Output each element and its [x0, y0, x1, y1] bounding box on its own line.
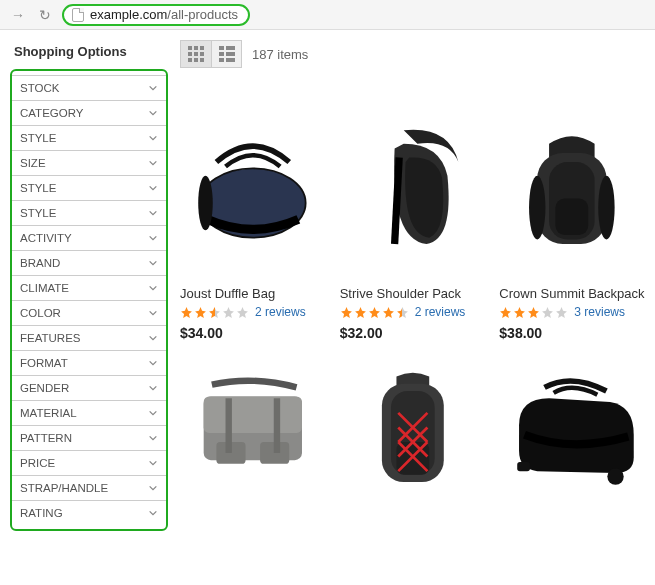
svg-point-17: [608, 468, 624, 484]
star-icon: [527, 306, 540, 319]
filter-label: PATTERN: [20, 432, 72, 444]
stars: [340, 306, 409, 319]
star-icon: [222, 306, 235, 319]
svg-rect-13: [274, 398, 280, 453]
filter-label: RATING: [20, 507, 63, 519]
filter-activity[interactable]: ACTIVITY: [12, 226, 166, 251]
star-icon: [194, 306, 207, 319]
filter-label: ACTIVITY: [20, 232, 72, 244]
filter-brand[interactable]: BRAND: [12, 251, 166, 276]
product-image: [180, 355, 326, 505]
stars: [499, 306, 568, 319]
item-count: 187 items: [252, 47, 308, 62]
grid-icon: [188, 46, 204, 62]
filter-climate[interactable]: CLIMATE: [12, 276, 166, 301]
filter-format[interactable]: FORMAT: [12, 351, 166, 376]
svg-rect-18: [518, 462, 531, 471]
filter-label: FORMAT: [20, 357, 68, 369]
filter-strap-handle[interactable]: STRAP/HANDLE: [12, 476, 166, 501]
filter-label: BRAND: [20, 257, 60, 269]
product-card[interactable]: Crown Summit Backpack3 reviews$38.00: [499, 90, 645, 341]
reviews-link[interactable]: 3 reviews: [574, 305, 625, 319]
filter-price[interactable]: PRICE: [12, 451, 166, 476]
product-image: [340, 355, 486, 505]
filter-label: PRICE: [20, 457, 55, 469]
rating-row: 2 reviews: [340, 305, 486, 319]
filter-size[interactable]: SIZE: [12, 151, 166, 176]
filter-pattern[interactable]: PATTERN: [12, 426, 166, 451]
star-icon: [541, 306, 554, 319]
chevron-down-icon: [148, 458, 158, 468]
product-name: Crown Summit Backpack: [499, 286, 645, 301]
filter-stock[interactable]: STOCK: [12, 75, 166, 101]
product-card[interactable]: Strive Shoulder Pack2 reviews$32.00: [340, 90, 486, 341]
filter-label: STYLE: [20, 207, 56, 219]
filter-style[interactable]: STYLE: [12, 176, 166, 201]
view-toggle: [180, 40, 242, 68]
url-bar[interactable]: example.com/all-products: [62, 4, 250, 26]
star-icon: [382, 306, 395, 319]
star-icon: [555, 306, 568, 319]
filter-label: GENDER: [20, 382, 69, 394]
chevron-down-icon: [148, 258, 158, 268]
chevron-down-icon: [148, 508, 158, 518]
chevron-down-icon: [148, 158, 158, 168]
product-image: [499, 90, 645, 280]
star-icon: [368, 306, 381, 319]
chevron-down-icon: [148, 183, 158, 193]
chevron-down-icon: [148, 83, 158, 93]
chevron-down-icon: [148, 433, 158, 443]
star-icon: [354, 306, 367, 319]
filter-label: COLOR: [20, 307, 61, 319]
grid-view-button[interactable]: [181, 41, 211, 67]
filter-rating[interactable]: RATING: [12, 501, 166, 525]
filter-label: FEATURES: [20, 332, 81, 344]
svg-rect-5: [556, 199, 589, 235]
product-card[interactable]: Joust Duffle Bag2 reviews$34.00: [180, 90, 326, 341]
product-grid: Joust Duffle Bag2 reviews$34.00Strive Sh…: [180, 90, 645, 505]
product-price: $32.00: [340, 325, 486, 341]
chevron-down-icon: [148, 133, 158, 143]
star-icon: [499, 306, 512, 319]
product-card[interactable]: [340, 355, 486, 505]
browser-bar: → ↻ example.com/all-products: [0, 0, 655, 30]
chevron-down-icon: [148, 358, 158, 368]
filter-material[interactable]: MATERIAL: [12, 401, 166, 426]
filter-label: STYLE: [20, 182, 56, 194]
product-name: Strive Shoulder Pack: [340, 286, 486, 301]
sidebar: Shopping Options STOCKCATEGORYSTYLESIZES…: [10, 40, 168, 531]
filter-label: STOCK: [20, 82, 59, 94]
reviews-link[interactable]: 2 reviews: [255, 305, 306, 319]
chevron-down-icon: [148, 233, 158, 243]
svg-point-7: [599, 176, 615, 240]
filter-gender[interactable]: GENDER: [12, 376, 166, 401]
rating-row: 2 reviews: [180, 305, 326, 319]
reload-icon[interactable]: ↻: [36, 7, 54, 23]
product-image: [340, 90, 486, 280]
filter-style[interactable]: STYLE: [12, 126, 166, 151]
product-card[interactable]: [499, 355, 645, 505]
chevron-down-icon: [148, 283, 158, 293]
svg-rect-9: [204, 396, 302, 432]
chevron-down-icon: [148, 483, 158, 493]
star-icon: [180, 306, 193, 319]
product-price: $34.00: [180, 325, 326, 341]
product-image: [180, 90, 326, 280]
filter-style[interactable]: STYLE: [12, 201, 166, 226]
list-view-button[interactable]: [211, 41, 241, 67]
filter-panel: STOCKCATEGORYSTYLESIZESTYLESTYLEACTIVITY…: [10, 69, 168, 531]
filter-category[interactable]: CATEGORY: [12, 101, 166, 126]
chevron-down-icon: [148, 208, 158, 218]
chevron-down-icon: [148, 333, 158, 343]
star-icon: [236, 306, 249, 319]
filter-features[interactable]: FEATURES: [12, 326, 166, 351]
reviews-link[interactable]: 2 reviews: [415, 305, 466, 319]
star-icon: [208, 306, 221, 319]
product-image: [499, 355, 645, 505]
filter-color[interactable]: COLOR: [12, 301, 166, 326]
svg-point-2: [198, 176, 213, 231]
chevron-down-icon: [148, 108, 158, 118]
nav-forward-icon[interactable]: →: [8, 7, 28, 23]
product-card[interactable]: [180, 355, 326, 505]
filter-label: SIZE: [20, 157, 46, 169]
